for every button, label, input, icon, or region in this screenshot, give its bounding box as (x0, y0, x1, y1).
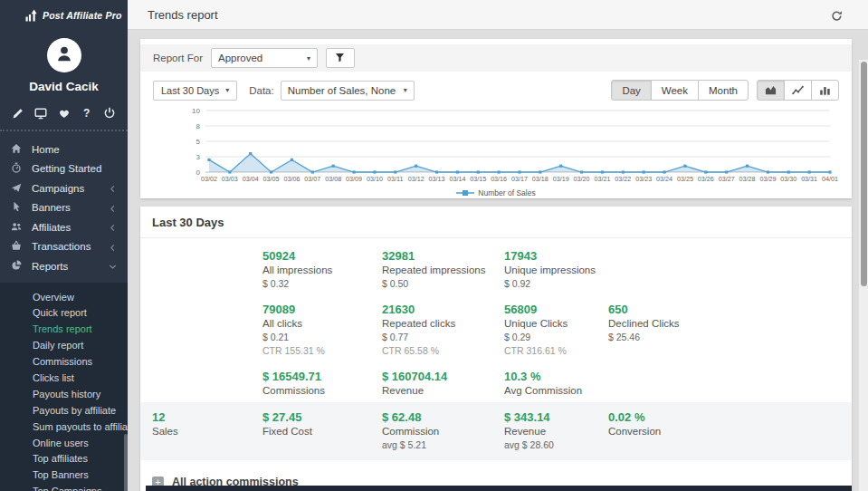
svg-text:03/12: 03/12 (408, 175, 424, 183)
svg-text:03/15: 03/15 (470, 175, 486, 183)
svg-text:03/18: 03/18 (532, 175, 548, 183)
date-range-select[interactable]: Last 30 Days ▾ (153, 81, 237, 101)
stat-value: 650 (608, 303, 852, 316)
stat-value: 12 (152, 410, 262, 424)
funnel-icon (335, 50, 345, 66)
chart-type-button-group (757, 80, 839, 101)
report-for-select[interactable]: Approved ▾ (211, 48, 318, 68)
stat-value: $ 16549.71 (262, 370, 382, 383)
caret-down-icon: ▾ (404, 86, 407, 94)
period-button-day[interactable]: Day (611, 80, 651, 101)
question-icon[interactable]: ? (81, 107, 93, 120)
sidebar-item-label: Affiliates (32, 222, 71, 233)
stat-declined-clicks: 650Declined Clicks$ 25.46 (608, 303, 852, 357)
submenu-item-quick-report[interactable]: Quick report (0, 305, 128, 322)
refresh-icon[interactable] (831, 9, 843, 21)
period-button-month[interactable]: Month (698, 80, 749, 101)
submenu-item-overview[interactable]: Overview (0, 290, 128, 306)
stat-value: $ 62.48 (382, 410, 504, 424)
stat-ctr: CTR 155.31 % (262, 345, 382, 357)
submenu-item-top-affiliates[interactable]: Top affiliates (0, 451, 128, 467)
stat-value: 21630 (382, 303, 504, 316)
sidebar-item-banners[interactable]: Banners (0, 198, 128, 218)
legend-marker-icon (456, 189, 474, 197)
power-icon[interactable] (103, 107, 116, 120)
submenu-item-sum-payouts-to-affiliates[interactable]: Sum payouts to affiliates (0, 419, 128, 436)
stat-ctr: CTR 65.58 % (382, 345, 504, 357)
svg-text:03/02: 03/02 (201, 175, 217, 183)
svg-text:03/23: 03/23 (635, 175, 652, 183)
chart-legend: Number of Sales (140, 188, 852, 197)
sidebar-item-label: Banners (32, 202, 71, 213)
stat-label: Fixed Cost (262, 425, 382, 438)
stat-sub: $ 0.92 (504, 278, 608, 290)
area-chart-icon (765, 84, 777, 96)
bar-chart-button[interactable] (811, 80, 839, 101)
stat-value: 17943 (504, 249, 608, 263)
stat-commissions: $ 16549.71Commissions (262, 370, 382, 397)
svg-text:03/09: 03/09 (346, 175, 362, 183)
svg-text:03/21: 03/21 (594, 175, 610, 183)
page-scrollbar-thumb[interactable] (861, 62, 867, 286)
stat-empty-cell (608, 249, 852, 290)
svg-text:0: 0 (196, 168, 201, 177)
sidebar-item-transactions[interactable]: Transactions (0, 237, 128, 257)
stat-ctr: CTR 316.61 % (504, 345, 608, 357)
pencil-icon[interactable] (12, 107, 24, 120)
banners-icon (11, 201, 32, 214)
stat-all-clicks: 79089All clicks$ 0.21CTR 155.31 % (262, 303, 382, 357)
stat-label: Repeated impressions (382, 264, 504, 276)
stat-value: 0.02 % (608, 410, 852, 424)
submenu-item-commissions[interactable]: Commissions (0, 354, 128, 371)
heart-icon[interactable] (58, 107, 71, 120)
sidebar-item-label: Transactions (32, 241, 91, 252)
submenu-item-online-users[interactable]: Online users (0, 436, 128, 452)
stat-revenue: $ 343.14Revenueavg $ 28.60 (504, 410, 608, 451)
stat-sub: $ 0.50 (382, 278, 504, 290)
stat-label: Revenue (382, 384, 504, 397)
svg-text:03/22: 03/22 (615, 175, 631, 183)
sidebar-item-label: Campaigns (32, 183, 84, 194)
stat-value: 50924 (262, 249, 382, 263)
svg-text:03/10: 03/10 (367, 175, 383, 183)
submenu-item-clicks-list[interactable]: Clicks list (0, 371, 128, 387)
data-series-select[interactable]: Number of Sales, None ▾ (281, 81, 415, 101)
svg-text:8: 8 (196, 122, 201, 130)
app-logo[interactable]: Post Affiliate Pro (25, 9, 122, 22)
stat-unique-clicks: 56809Unique Clicks$ 0.29CTR 316.61 % (504, 303, 608, 357)
profile-quick-actions: ? (0, 93, 128, 130)
report-for-label: Report For (153, 53, 203, 63)
report-filter-row: Report For Approved ▾ (140, 44, 852, 72)
svg-text:03/24: 03/24 (656, 175, 672, 183)
sidebar-item-affiliates[interactable]: Affiliates (0, 217, 128, 237)
sidebar-item-campaigns[interactable]: Campaigns (0, 178, 128, 198)
area-chart-button[interactable] (757, 80, 785, 101)
sidebar-item-getting-started[interactable]: Getting Started (0, 159, 128, 179)
submenu-item-payouts-by-affiliate[interactable]: Payouts by affiliate (0, 403, 128, 419)
data-label: Data: (249, 85, 274, 96)
period-button-week[interactable]: Week (651, 80, 699, 101)
submenu-item-payouts-history[interactable]: Payouts history (0, 387, 128, 403)
transactions-icon (11, 240, 32, 253)
stat-label: Revenue (504, 425, 608, 438)
submenu-item-trends-report[interactable]: Trends report (0, 322, 128, 338)
trends-chart-svg: 03581003/0203/0303/0403/0503/0603/0703/0… (153, 105, 839, 188)
svg-text:03/25: 03/25 (677, 175, 693, 183)
line-chart-button[interactable] (784, 80, 812, 101)
svg-text:03/13: 03/13 (429, 175, 445, 183)
submenu-item-top-campaigns[interactable]: Top Campaigns (0, 484, 128, 491)
stat-conversion: 0.02 %Conversion (608, 410, 852, 451)
svg-text:03/20: 03/20 (574, 175, 590, 183)
sidebar-item-home[interactable]: Home (0, 140, 128, 159)
submenu-item-top-banners[interactable]: Top Banners (0, 467, 128, 484)
svg-text:03/05: 03/05 (263, 175, 280, 183)
stats-heading: Last 30 Days (140, 207, 852, 238)
svg-text:03/30: 03/30 (780, 175, 796, 183)
monitor-icon[interactable] (34, 107, 47, 120)
stat-unique-impressions: 17943Unique impressions$ 0.92 (504, 249, 608, 290)
stat-sub: avg $ 28.60 (504, 439, 608, 451)
stat-sub: avg $ 5.21 (382, 439, 504, 451)
filter-button[interactable] (326, 48, 355, 68)
submenu-item-daily-report[interactable]: Daily report (0, 338, 128, 354)
sidebar-item-reports[interactable]: Reports (0, 256, 128, 276)
